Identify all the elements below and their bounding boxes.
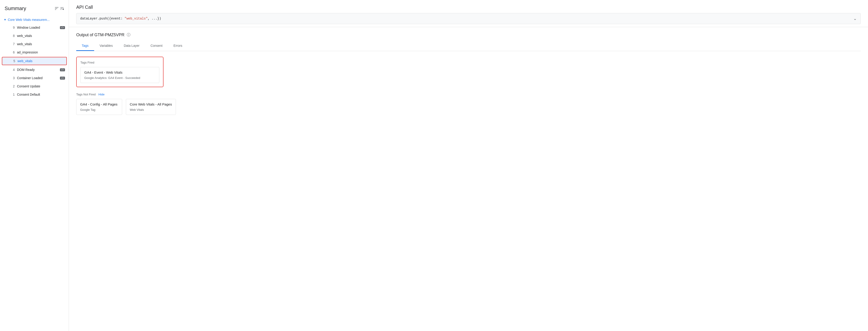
tag-card-subtitle: Google Analytics: GA4 Event - Succeeded: [84, 76, 155, 79]
sidebar-item-6[interactable]: 6 ad_impression: [0, 48, 69, 57]
item-badge-4: </>: [60, 68, 65, 71]
tab-errors[interactable]: Errors: [168, 41, 188, 51]
output-title: Output of GTM-PMZ5VPR: [76, 33, 124, 37]
tags-fired-label: Tags Fired: [81, 61, 159, 64]
code-suffix: , ...}): [148, 17, 161, 21]
not-fired-label: Tags Not Fired: [76, 93, 96, 96]
item-label-2: Consent Update: [17, 85, 65, 88]
item-number-2: 2: [10, 85, 15, 88]
item-label-7: web_vitals: [17, 42, 65, 46]
code-row: dataLayer.push({event: "web_vitals", ...…: [76, 13, 861, 24]
tags-not-fired-section: Tags Not Fired Hide GA4 - Config - All P…: [76, 92, 861, 115]
sidebar-item-4[interactable]: 4 DOM Ready </>: [0, 66, 69, 74]
not-fired-card-subtitle-2: Web Vitals: [130, 108, 172, 111]
not-fired-card-title-1: GA4 - Config - All Pages: [80, 102, 118, 106]
output-header: Output of GTM-PMZ5VPR ⓘ: [76, 33, 861, 37]
code-string: "web_vitals": [124, 17, 148, 21]
chevron-down-icon[interactable]: ⌄: [853, 16, 857, 21]
tab-tags[interactable]: Tags: [76, 41, 94, 51]
code-text: dataLayer.push({event: "web_vitals", ...…: [80, 17, 161, 21]
sidebar-group-label: Core Web Vitals measurem...: [8, 18, 50, 22]
item-number-8: 8: [10, 34, 15, 38]
not-fired-card-1[interactable]: GA4 - Config - All Pages Google Tag: [76, 99, 122, 115]
not-fired-card-2[interactable]: Core Web Vitals - All Pages Web Vitals: [126, 99, 176, 115]
item-number-7: 7: [10, 42, 15, 46]
sidebar-group-header[interactable]: ▼ Core Web Vitals measurem...: [0, 16, 69, 23]
sidebar-item-5[interactable]: 5 web_vitals: [2, 57, 67, 65]
filter-list-icon[interactable]: [55, 6, 64, 11]
item-number-9: 9: [10, 26, 15, 29]
sidebar-item-9[interactable]: 9 Window Loaded </>: [0, 23, 69, 32]
sidebar-header: Summary: [0, 4, 69, 15]
hide-link[interactable]: Hide: [98, 93, 105, 96]
item-badge-9: </>: [60, 26, 65, 29]
item-label-6: ad_impression: [17, 51, 65, 54]
not-fired-card-title-2: Core Web Vitals - All Pages: [130, 102, 172, 106]
item-number-6: 6: [10, 51, 15, 54]
sidebar-title: Summary: [5, 5, 26, 11]
tab-consent[interactable]: Consent: [145, 41, 168, 51]
tags-fired-box: Tags Fired GA4 - Event - Web Vitals Goog…: [76, 57, 163, 87]
tags-fired-card[interactable]: GA4 - Event - Web Vitals Google Analytic…: [81, 67, 159, 83]
tag-card-title: GA4 - Event - Web Vitals: [84, 70, 155, 74]
item-label-8: web_vitals: [17, 34, 65, 38]
tab-data-layer[interactable]: Data Layer: [118, 41, 145, 51]
api-call-header: API Call dataLayer.push({event: "web_vit…: [69, 0, 868, 27]
api-call-title: API Call: [76, 5, 861, 10]
item-label-4: DOM Ready: [17, 68, 58, 72]
info-icon[interactable]: ⓘ: [127, 33, 130, 37]
output-section: Output of GTM-PMZ5VPR ⓘ Tags Variables D…: [69, 27, 868, 121]
chevron-down-icon: ▼: [4, 18, 6, 21]
code-prefix: dataLayer.push({event:: [80, 17, 124, 21]
main-content: API Call dataLayer.push({event: "web_vit…: [69, 0, 868, 331]
tags-not-fired-row: Tags Not Fired Hide: [76, 93, 861, 96]
tags-content: Tags Fired GA4 - Event - Web Vitals Goog…: [76, 57, 861, 115]
sidebar-item-7[interactable]: 7 web_vitals: [0, 40, 69, 48]
item-label-1: Consent Default: [17, 93, 65, 96]
sidebar-item-8[interactable]: 8 web_vitals: [0, 32, 69, 40]
sidebar-section: ▼ Core Web Vitals measurem... 9 Window L…: [0, 15, 69, 100]
not-fired-cards: GA4 - Config - All Pages Google Tag Core…: [76, 99, 861, 115]
sidebar-item-2[interactable]: 2 Consent Update: [0, 82, 69, 90]
sidebar: Summary ▼ Core Web Vitals measurem... 9 …: [0, 0, 69, 331]
item-number-3: 3: [10, 76, 15, 80]
sidebar-item-1[interactable]: 1 Consent Default: [0, 90, 69, 99]
item-number-1: 1: [10, 93, 15, 96]
tabs-bar: Tags Variables Data Layer Consent Errors: [76, 41, 861, 51]
tab-variables[interactable]: Variables: [94, 41, 118, 51]
item-label-3: Container Loaded: [17, 76, 58, 80]
item-badge-3: </>: [60, 77, 65, 79]
item-number-4: 4: [10, 68, 15, 72]
item-label-5: web_vitals: [18, 59, 64, 63]
sidebar-item-3[interactable]: 3 Container Loaded </>: [0, 74, 69, 82]
not-fired-card-subtitle-1: Google Tag: [80, 108, 118, 111]
item-number-5: 5: [10, 59, 15, 63]
item-label-9: Window Loaded: [17, 26, 58, 29]
